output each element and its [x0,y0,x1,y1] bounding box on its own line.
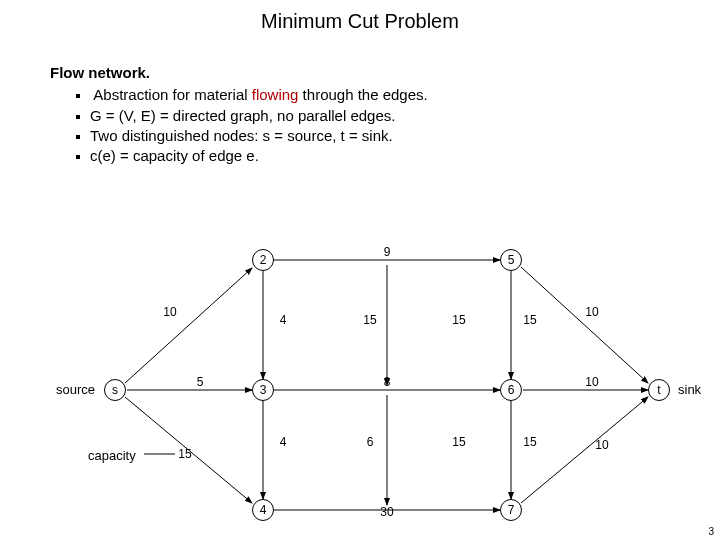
cap-s-2: 10 [163,305,176,319]
cap-mid-top-b: 15 [452,313,465,327]
cap-6-7: 15 [523,435,536,449]
bullet-item: Two distinguished nodes: s = source, t =… [76,126,670,146]
cap-2-3: 4 [280,313,287,327]
content-block: Flow network. Abstraction for material f… [0,33,720,166]
cap-mid-bot-a: 6 [367,435,374,449]
bullet-item: c(e) = capacity of edge e. [76,146,670,166]
page-number: 3 [708,526,714,537]
cap-2-5: 9 [384,245,391,259]
cap-5-t: 10 [585,305,598,319]
cap-s-3: 5 [197,375,204,389]
capacity-pointer [0,220,720,530]
heading: Flow network. [50,64,150,81]
bullet-item: Abstraction for material flowing through… [76,85,670,105]
cap-3-4: 4 [280,435,287,449]
bullet-list: Abstraction for material flowing through… [50,85,670,166]
cap-7-t: 10 [595,438,608,452]
cap-mid-top-a: 15 [363,313,376,327]
cap-5-6: 15 [523,313,536,327]
cap-s-4: 15 [178,447,191,461]
flow-diagram: s 2 3 4 5 6 7 t source sink capacity 10 … [0,220,720,530]
cap-4-7: 30 [380,505,393,519]
bullet-item: G = (V, E) = directed graph, no parallel… [76,106,670,126]
slide-title: Minimum Cut Problem [0,0,720,33]
cap-mid-bot-b: 15 [452,435,465,449]
cap-6-t: 10 [585,375,598,389]
cap-3-6: 8 [384,375,391,389]
